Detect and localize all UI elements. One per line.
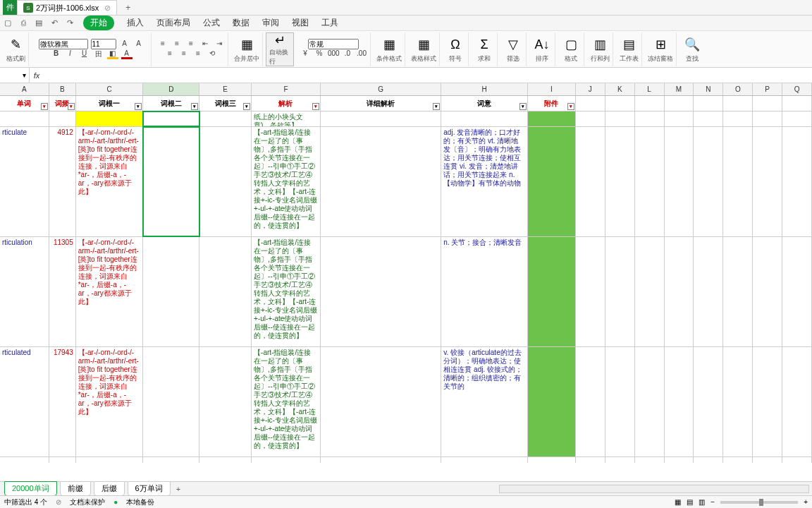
zoom-slider[interactable] bbox=[720, 501, 798, 504]
view-page-icon[interactable]: ▤ bbox=[687, 498, 693, 506]
tab-start[interactable]: 开始 bbox=[83, 16, 114, 30]
cell-freq[interactable]: 4912 bbox=[49, 127, 76, 236]
col-J[interactable]: J bbox=[576, 83, 605, 95]
dec-dec-icon[interactable]: .00 bbox=[356, 49, 367, 59]
zoom-in-icon[interactable]: + bbox=[804, 498, 808, 506]
tab-formulas[interactable]: 公式 bbox=[203, 17, 220, 29]
sheet-tab-4[interactable]: 6万单词 bbox=[128, 481, 171, 496]
add-sheet-button[interactable]: + bbox=[176, 485, 180, 493]
tab-data[interactable]: 数据 bbox=[233, 17, 250, 29]
conditional-format-icon[interactable]: ▦ bbox=[379, 35, 399, 54]
col-C[interactable]: C bbox=[76, 83, 144, 95]
percent-icon[interactable]: % bbox=[314, 49, 325, 59]
group-wrap[interactable]: ↵ 自动换行 bbox=[266, 32, 294, 66]
col-B[interactable]: B bbox=[49, 83, 76, 95]
cell-analysis[interactable]: 【-art-指组装/连接在一起了的〔事物〕,多指手〔手指各个关节连接在一起〕--… bbox=[252, 127, 321, 236]
zoom-out-icon[interactable]: − bbox=[710, 498, 715, 506]
col-O[interactable]: O bbox=[723, 83, 753, 95]
filter-dd-icon[interactable]: ▾ bbox=[567, 103, 574, 110]
filter-icon[interactable]: ▽ bbox=[503, 35, 523, 54]
col-I[interactable]: I bbox=[528, 83, 576, 95]
fill-color-button[interactable]: ◧ bbox=[107, 49, 118, 59]
sheet-tab-2[interactable]: 前缀 bbox=[60, 481, 91, 496]
filter-dd-icon[interactable]: ▾ bbox=[68, 103, 75, 110]
format-brush-icon[interactable]: ✎ bbox=[6, 35, 25, 54]
fx-icon[interactable]: fx bbox=[30, 71, 44, 80]
sort-icon[interactable]: A↓ bbox=[532, 35, 552, 54]
col-E[interactable]: E bbox=[199, 83, 252, 95]
col-Q[interactable]: Q bbox=[782, 83, 812, 95]
col-M[interactable]: M bbox=[665, 83, 694, 95]
filter-dd-icon[interactable]: ▾ bbox=[41, 103, 48, 110]
font-color-button[interactable]: A bbox=[121, 49, 133, 59]
tab-view[interactable]: 视图 bbox=[292, 17, 309, 29]
sum-icon[interactable]: Σ bbox=[474, 35, 494, 54]
save-icon[interactable]: ▢ bbox=[3, 18, 13, 28]
indent-inc-icon[interactable]: ⇥ bbox=[214, 40, 225, 49]
col-H[interactable]: H bbox=[441, 83, 528, 95]
name-box[interactable]: ▾ bbox=[0, 68, 30, 83]
file-tab[interactable]: S 2万词拼-1006.xlsx ⊘ bbox=[17, 0, 117, 15]
col-L[interactable]: L bbox=[635, 83, 665, 95]
tab-insert[interactable]: 插入 bbox=[127, 17, 144, 29]
selected-cell[interactable] bbox=[143, 111, 199, 126]
merge-icon[interactable]: ▦ bbox=[237, 35, 257, 54]
cell-meaning[interactable]: adj. 发音清晰的；口才好的；有关节的 vt. 清晰地发〔音〕；明确有力地表达… bbox=[441, 127, 528, 236]
font-size-select[interactable] bbox=[91, 39, 116, 49]
comma-icon[interactable]: 000 bbox=[328, 49, 339, 59]
tab-pagelayout[interactable]: 页面布局 bbox=[156, 17, 190, 29]
align-center-icon[interactable]: ≡ bbox=[178, 49, 190, 59]
filter-dd-icon[interactable]: ▾ bbox=[191, 103, 198, 110]
yellow-cell[interactable] bbox=[76, 111, 144, 126]
filter-dd-icon[interactable]: ▾ bbox=[135, 103, 142, 110]
sheet-tab-3[interactable]: 后缀 bbox=[94, 481, 125, 496]
orientation-icon[interactable]: ⟲ bbox=[207, 49, 218, 59]
dec-inc-icon[interactable]: .0 bbox=[342, 49, 353, 59]
currency-icon[interactable]: ¥ bbox=[300, 49, 311, 59]
view-break-icon[interactable]: ▥ bbox=[699, 498, 705, 506]
font-name-select[interactable] bbox=[39, 39, 88, 49]
freeze-icon[interactable]: ⊞ bbox=[651, 35, 670, 54]
align-mid-icon[interactable]: ≡ bbox=[171, 40, 183, 49]
bold-button[interactable]: B bbox=[51, 49, 62, 59]
cell-root1[interactable]: 【-ar-/-orn-/-ord-/-arm-/-art-/arthr/-ert… bbox=[76, 127, 144, 236]
align-left-icon[interactable]: ≡ bbox=[164, 49, 176, 59]
tab-review[interactable]: 审阅 bbox=[262, 17, 279, 29]
filter-dd-icon[interactable]: ▾ bbox=[519, 103, 527, 110]
symbol-icon[interactable]: Ω bbox=[445, 35, 465, 54]
filter-dd-icon[interactable]: ▾ bbox=[312, 103, 319, 110]
increase-font-icon[interactable]: A bbox=[119, 40, 130, 49]
find-icon[interactable]: 🔍 bbox=[682, 35, 702, 54]
tab-tools[interactable]: 工具 bbox=[321, 17, 338, 29]
table-style-icon[interactable]: ▦ bbox=[414, 35, 433, 54]
print-icon[interactable]: ⎙ bbox=[18, 18, 28, 28]
cell-word[interactable]: rticulate bbox=[0, 127, 49, 236]
rowcol-icon[interactable]: ▥ bbox=[590, 35, 610, 54]
filter-dd-icon[interactable]: ▾ bbox=[433, 103, 440, 110]
col-D[interactable]: D bbox=[143, 83, 199, 95]
cell-f-pre[interactable]: 纸上的小块头文章)，条款等】 bbox=[252, 111, 321, 126]
italic-button[interactable]: I bbox=[65, 49, 76, 59]
col-F[interactable]: F bbox=[252, 83, 321, 95]
align-right-icon[interactable]: ≡ bbox=[192, 49, 204, 59]
col-K[interactable]: K bbox=[605, 83, 635, 95]
decrease-font-icon[interactable]: A bbox=[133, 40, 144, 49]
col-A[interactable]: A bbox=[0, 83, 49, 95]
redo-icon[interactable]: ↷ bbox=[65, 18, 75, 28]
number-format-select[interactable] bbox=[308, 39, 359, 49]
col-N[interactable]: N bbox=[694, 83, 723, 95]
format-icon[interactable]: ▢ bbox=[561, 35, 581, 54]
filter-dd-icon[interactable]: ▾ bbox=[243, 103, 250, 110]
add-tab-button[interactable]: + bbox=[125, 3, 130, 13]
align-top-icon[interactable]: ≡ bbox=[157, 40, 168, 49]
indent-dec-icon[interactable]: ⇤ bbox=[199, 40, 211, 49]
view-normal-icon[interactable]: ▦ bbox=[675, 498, 681, 506]
col-P[interactable]: P bbox=[753, 83, 782, 95]
sheet-tab-1[interactable]: 20000单词 bbox=[4, 481, 57, 496]
underline-button[interactable]: U bbox=[79, 49, 90, 59]
horizontal-scrollbar[interactable] bbox=[499, 485, 809, 493]
worksheet-icon[interactable]: ▤ bbox=[619, 35, 639, 54]
border-button[interactable]: 田 bbox=[93, 49, 104, 59]
close-icon[interactable]: ⊘ bbox=[104, 4, 111, 13]
col-G[interactable]: G bbox=[321, 83, 442, 95]
